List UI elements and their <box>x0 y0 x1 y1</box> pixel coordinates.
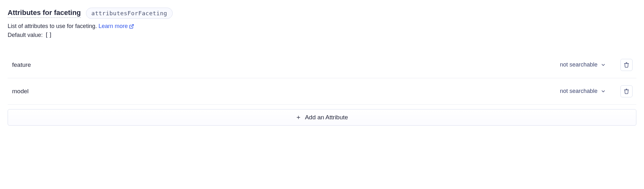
external-link-icon <box>129 24 134 29</box>
attribute-mode-label: not searchable <box>560 61 597 68</box>
trash-icon <box>624 88 629 94</box>
description-text: List of attributes to use for faceting. <box>8 23 97 29</box>
learn-more-label: Learn more <box>98 22 128 31</box>
section-description: List of attributes to use for faceting. … <box>8 22 636 31</box>
svg-line-0 <box>131 24 133 27</box>
default-value-code: [] <box>45 32 53 38</box>
plus-icon <box>296 115 301 120</box>
section-title: Attributes for faceting <box>8 9 81 18</box>
delete-attribute-button[interactable] <box>620 85 633 97</box>
attribute-list: feature not searchable model not searcha… <box>8 52 636 105</box>
learn-more-link[interactable]: Learn more <box>98 22 134 31</box>
attribute-mode-label: not searchable <box>560 88 597 94</box>
attribute-mode-dropdown[interactable]: not searchable <box>557 60 608 70</box>
trash-icon <box>624 62 629 68</box>
attribute-row: model not searchable <box>8 78 636 105</box>
attribute-name: model <box>12 88 557 95</box>
chevron-down-icon <box>601 89 606 94</box>
section-header: Attributes for faceting attributesForFac… <box>8 8 636 19</box>
default-value-label: Default value: <box>8 32 43 38</box>
default-value-line: Default value: [] <box>8 32 636 38</box>
add-attribute-button[interactable]: Add an Attribute <box>8 109 636 126</box>
chevron-down-icon <box>601 62 606 67</box>
api-name-badge: attributesForFaceting <box>86 8 173 19</box>
add-attribute-label: Add an Attribute <box>305 114 348 121</box>
attribute-row: feature not searchable <box>8 52 636 78</box>
attribute-mode-dropdown[interactable]: not searchable <box>557 86 608 96</box>
attribute-name: feature <box>12 61 557 68</box>
delete-attribute-button[interactable] <box>620 59 633 71</box>
